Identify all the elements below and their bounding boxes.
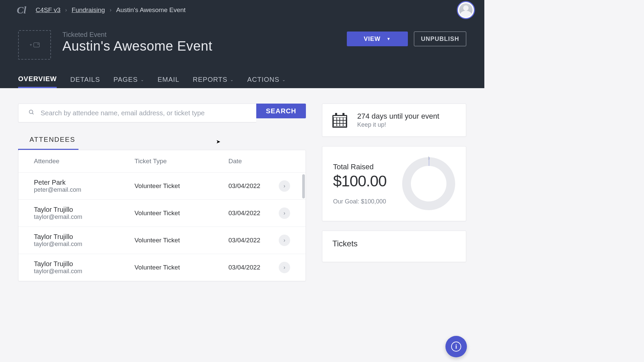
breadcrumb: C4SF v3 › Fundraising › Austin's Awesome… [36,6,185,14]
table-row[interactable]: Taylor Trujillo taylor@email.com Volunte… [18,199,306,227]
attendee-name: Taylor Trujillo [34,260,135,268]
chevron-right-icon: › [283,264,285,270]
attendee-name: Taylor Trujillo [34,233,135,241]
attendee-date: 03/04/2022 [228,209,279,217]
tab-reports-label: REPORTS [193,76,227,83]
help-button[interactable]: i [445,336,467,357]
chevron-down-icon: ⌄ [230,77,234,82]
unpublish-button[interactable]: UNPUBLISH [414,32,466,46]
tab-email[interactable]: EMAIL [158,73,179,88]
tabs: OVERVIEW DETAILS PAGES ⌄ EMAIL REPORTS ⌄… [18,73,466,88]
attendee-date: 03/04/2022 [228,237,279,244]
total-raised-amount: $100.00 [333,172,386,190]
col-ticket-type: Ticket Type [135,158,228,165]
chevron-right-icon: › [283,237,285,243]
tab-actions-label: ACTIONS [247,76,279,83]
tab-pages-label: PAGES [113,76,138,83]
attendee-name: Peter Park [34,179,135,186]
attendee-date: 03/04/2022 [228,182,279,190]
event-type-label: Ticketed Event [62,31,212,39]
chevron-right-icon: › [283,210,285,216]
attendee-email: peter@email.com [34,186,135,193]
topbar: Cl C4SF v3 › Fundraising › Austin's Awes… [0,0,484,20]
calendar-icon [332,113,347,128]
attendee-email: taylor@email.com [34,241,135,248]
profile-avatar[interactable] [457,1,475,19]
row-open-button[interactable]: › [279,235,290,246]
attendees-tab[interactable]: ATTENDEES [18,136,75,149]
attendee-date: 03/04/2022 [228,264,279,271]
progress-donut [402,157,455,210]
search-input[interactable] [41,109,250,117]
chevron-right-icon: › [110,7,111,13]
row-open-button[interactable]: › [279,180,290,192]
countdown-headline: 274 days until your event [357,112,439,121]
table-row[interactable]: Taylor Trujillo taylor@email.com Volunte… [18,227,306,254]
attendee-name: Taylor Trujillo [34,206,135,214]
countdown-subtext: Keep it up! [357,121,439,128]
tab-actions[interactable]: ACTIONS ⌄ [247,73,286,88]
breadcrumb-current: Austin's Awesome Event [116,6,185,14]
plus-icon: + [30,43,32,47]
chevron-down-icon: ⌄ [282,77,286,82]
user-icon [459,3,473,17]
tab-reports[interactable]: REPORTS ⌄ [193,73,234,88]
page-title: Austin's Awesome Event [62,39,212,54]
scrollbar-thumb[interactable] [302,174,305,198]
view-button[interactable]: VIEW ▼ [347,32,408,46]
chevron-right-icon: › [283,183,285,189]
attendee-ticket: Volunteer Ticket [135,237,228,244]
svg-line-1 [32,113,34,114]
caret-down-icon: ▼ [387,37,391,41]
table-row[interactable]: Peter Park peter@email.com Volunteer Tic… [18,172,306,199]
attendee-email: taylor@email.com [34,214,135,221]
tab-details[interactable]: DETAILS [70,73,100,88]
logo: Cl [17,4,26,16]
col-attendee: Attendee [34,158,135,165]
tickets-title: Tickets [332,239,456,248]
attendee-ticket: Volunteer Ticket [135,264,228,271]
search-box[interactable] [18,104,256,122]
col-date: Date [228,158,279,165]
breadcrumb-root[interactable]: C4SF v3 [36,6,60,14]
attendees-table: Attendee Ticket Type Date Peter Park pet… [18,150,306,281]
goal-text: Our Goal: $100,000 [333,198,386,205]
search-icon [29,109,35,117]
chevron-down-icon: ⌄ [141,77,144,82]
attendee-email: taylor@email.com [34,268,135,275]
total-raised-title: Total Raised [333,163,386,171]
row-open-button[interactable]: › [279,262,290,273]
table-row[interactable]: Taylor Trujillo taylor@email.com Volunte… [18,254,306,281]
unpublish-button-label: UNPUBLISH [421,36,459,43]
tab-pages[interactable]: PAGES ⌄ [113,73,144,88]
attendee-ticket: Volunteer Ticket [135,182,228,190]
breadcrumb-section[interactable]: Fundraising [72,6,105,14]
image-icon [34,43,40,47]
view-button-label: VIEW [364,36,381,43]
hero: + Ticketed Event Austin's Awesome Event … [0,20,484,88]
info-icon: i [451,342,461,352]
countdown-card: 274 days until your event Keep it up! [322,104,466,137]
row-open-button[interactable]: › [279,207,290,219]
svg-point-0 [29,110,33,114]
total-raised-card: Total Raised $100.00 Our Goal: $100,000 [322,146,466,221]
chevron-right-icon: › [65,7,67,13]
attendee-ticket: Volunteer Ticket [135,209,228,217]
add-image-placeholder[interactable]: + [18,30,51,60]
tickets-card: Tickets [322,231,466,262]
tab-overview[interactable]: OVERVIEW [18,73,57,88]
search-button[interactable]: SEARCH [256,104,306,118]
